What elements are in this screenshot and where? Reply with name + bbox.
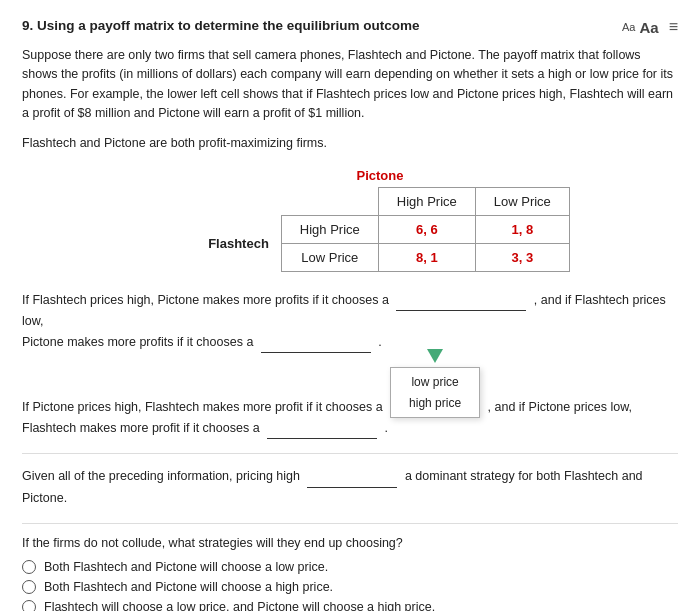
cell-hl: 1, 8 bbox=[475, 215, 569, 243]
flashtech-label-cell bbox=[281, 187, 378, 215]
fill2-text1: If Pictone prices high, Flashtech makes … bbox=[22, 400, 383, 414]
dropdown-option-highprice[interactable]: high price bbox=[399, 393, 471, 413]
if-firms-text: If the firms do not collude, what strate… bbox=[22, 536, 678, 550]
fill3-blank[interactable] bbox=[307, 487, 397, 488]
radio-label-3: Flashtech will choose a low price, and P… bbox=[44, 600, 435, 611]
cell-hh: 6, 6 bbox=[378, 215, 475, 243]
radio-circle-1[interactable] bbox=[22, 560, 36, 574]
fill2-blank2[interactable] bbox=[267, 438, 377, 439]
blank-header-cell bbox=[190, 187, 281, 215]
flashtech-row-label: Flashtech bbox=[190, 215, 281, 271]
fill-section-3: Given all of the preceding information, … bbox=[22, 466, 678, 509]
dropdown-box[interactable]: low price high price bbox=[390, 367, 480, 418]
cell-ll: 3, 3 bbox=[475, 243, 569, 271]
fill2-text3: Flashtech makes more profit if it choose… bbox=[22, 421, 260, 435]
radio-option-2[interactable]: Both Flashtech and Pictone will choose a… bbox=[22, 580, 678, 594]
row-label-highprice: High Price bbox=[281, 215, 378, 243]
fill1-blank2[interactable] bbox=[261, 352, 371, 353]
question-number: 9. bbox=[22, 18, 33, 33]
payoff-matrix-table: High Price Low Price Flashtech High Pric… bbox=[190, 187, 570, 272]
menu-icon[interactable]: ≡ bbox=[669, 18, 678, 36]
fill1-text3: Pictone makes more profits if it chooses… bbox=[22, 335, 253, 349]
dropdown-option-lowprice[interactable]: low price bbox=[399, 372, 471, 392]
aa-large-button[interactable]: Aa bbox=[639, 19, 658, 36]
col-header-highprice: High Price bbox=[378, 187, 475, 215]
fill2-text4: . bbox=[385, 421, 388, 435]
matrix-container: Pictone High Price Low Price Flashtech H… bbox=[22, 168, 678, 272]
fill1-blank1[interactable] bbox=[396, 310, 526, 311]
radio-label-2: Both Flashtech and Pictone will choose a… bbox=[44, 580, 333, 594]
question-title: 9. Using a payoff matrix to determine th… bbox=[22, 18, 612, 33]
intro-text: Suppose there are only two firms that se… bbox=[22, 46, 678, 124]
aa-controls[interactable]: Aa Aa ≡ bbox=[622, 18, 678, 36]
radio-option-3[interactable]: Flashtech will choose a low price, and P… bbox=[22, 600, 678, 611]
pictone-label: Pictone bbox=[357, 168, 404, 183]
question-header: 9. Using a payoff matrix to determine th… bbox=[22, 18, 678, 36]
radio-label-1: Both Flashtech and Pictone will choose a… bbox=[44, 560, 328, 574]
matrix-wrapper: Pictone High Price Low Price Flashtech H… bbox=[190, 168, 570, 272]
fill3-text1: Given all of the preceding information, … bbox=[22, 469, 300, 483]
section-divider bbox=[22, 453, 678, 454]
col-header-lowprice: Low Price bbox=[475, 187, 569, 215]
radio-section: Both Flashtech and Pictone will choose a… bbox=[22, 560, 678, 611]
fill-section-2: If Pictone prices high, Flashtech makes … bbox=[22, 367, 678, 439]
row-label-lowprice: Low Price bbox=[281, 243, 378, 271]
fill-section-1: If Flashtech prices high, Pictone makes … bbox=[22, 290, 678, 354]
radio-option-1[interactable]: Both Flashtech and Pictone will choose a… bbox=[22, 560, 678, 574]
matrix-row-highprice: Flashtech High Price 6, 6 1, 8 bbox=[190, 215, 569, 243]
section-divider-2 bbox=[22, 523, 678, 524]
dropdown-arrow bbox=[427, 349, 443, 363]
cell-lh: 8, 1 bbox=[378, 243, 475, 271]
profit-max-text: Flashtech and Pictone are both profit-ma… bbox=[22, 136, 678, 150]
radio-circle-2[interactable] bbox=[22, 580, 36, 594]
fill1-text1: If Flashtech prices high, Pictone makes … bbox=[22, 293, 389, 307]
aa-small-button[interactable]: Aa bbox=[622, 21, 635, 33]
fill2-text2: , and if Pictone prices low, bbox=[488, 400, 633, 414]
radio-circle-3[interactable] bbox=[22, 600, 36, 611]
fill1-text4: . bbox=[378, 335, 381, 349]
question-title-text: Using a payoff matrix to determine the e… bbox=[37, 18, 420, 33]
